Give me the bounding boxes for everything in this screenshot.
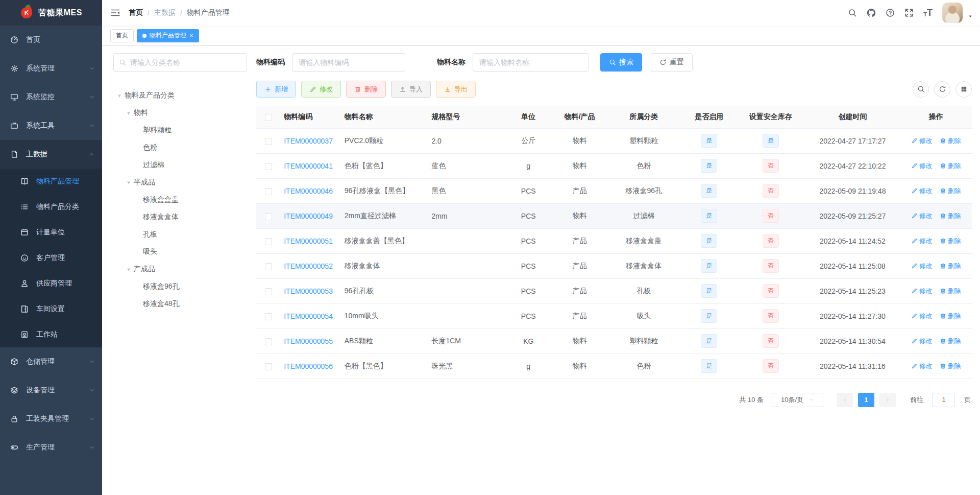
- material-code-link[interactable]: ITEM00000046: [284, 187, 333, 195]
- select-all-checkbox[interactable]: [265, 114, 272, 121]
- tree-node[interactable]: ▾产成品: [113, 261, 247, 278]
- import-button[interactable]: 导入: [391, 81, 431, 98]
- row-edit-link[interactable]: 修改: [911, 362, 933, 371]
- row-checkbox[interactable]: [265, 338, 272, 345]
- edit-button[interactable]: 修改: [301, 81, 341, 98]
- avatar-caret-down-icon[interactable]: [968, 14, 973, 19]
- tree-node[interactable]: 移液盒盒体: [113, 208, 247, 226]
- row-delete-link[interactable]: 删除: [940, 312, 961, 321]
- goto-page-input[interactable]: [933, 393, 955, 407]
- reset-button[interactable]: 重置: [651, 53, 693, 72]
- sidebar-item-production-management[interactable]: 生产管理: [0, 433, 102, 462]
- help-icon[interactable]: [886, 8, 895, 17]
- sidebar-item-supplier-management[interactable]: 供应商管理: [0, 271, 102, 296]
- app-logo[interactable]: K 苦糖果MES: [0, 0, 102, 26]
- prev-page-button[interactable]: [837, 393, 853, 407]
- sidebar-item-equipment-management[interactable]: 设备管理: [0, 376, 102, 405]
- row-delete-link[interactable]: 删除: [940, 136, 961, 146]
- row-checkbox[interactable]: [265, 288, 272, 295]
- show-search-button[interactable]: [913, 81, 929, 98]
- material-code-input[interactable]: [292, 53, 405, 72]
- row-checkbox[interactable]: [265, 263, 272, 270]
- fullscreen-icon[interactable]: [904, 8, 914, 17]
- next-page-button[interactable]: [879, 393, 896, 407]
- sidebar-item-warehouse-management[interactable]: 仓储管理: [0, 347, 102, 376]
- github-icon[interactable]: [867, 8, 876, 17]
- tree-node[interactable]: 色粉: [113, 139, 247, 156]
- tree-node[interactable]: 移液盒96孔: [113, 278, 247, 295]
- row-delete-link[interactable]: 删除: [940, 186, 961, 196]
- breadcrumb-home[interactable]: 首页: [129, 8, 143, 17]
- sidebar-collapse-icon[interactable]: [110, 8, 120, 18]
- avatar[interactable]: [942, 3, 963, 23]
- tree-node[interactable]: ▾物料: [113, 104, 247, 122]
- row-edit-link[interactable]: 修改: [911, 312, 933, 321]
- search-icon[interactable]: [848, 8, 857, 17]
- tree-node[interactable]: 孔板: [113, 226, 247, 243]
- row-edit-link[interactable]: 修改: [911, 211, 933, 221]
- page-number-1[interactable]: 1: [858, 393, 874, 407]
- row-edit-link[interactable]: 修改: [911, 161, 933, 171]
- row-edit-link[interactable]: 修改: [911, 337, 933, 346]
- row-checkbox[interactable]: [265, 363, 272, 370]
- row-edit-link[interactable]: 修改: [911, 287, 933, 296]
- sidebar-item-workstation[interactable]: 工作站: [0, 322, 102, 347]
- refresh-table-button[interactable]: [934, 81, 950, 98]
- sidebar-item-system-management[interactable]: 系统管理: [0, 54, 102, 83]
- sidebar-item-measure-unit[interactable]: 计量单位: [0, 220, 102, 245]
- sidebar-item-system-tools[interactable]: 系统工具: [0, 111, 102, 140]
- material-code-link[interactable]: ITEM00000049: [284, 212, 333, 220]
- export-button[interactable]: 导出: [436, 81, 476, 98]
- row-delete-link[interactable]: 删除: [940, 287, 961, 296]
- sidebar-item-material-product-management[interactable]: 物料产品管理: [0, 169, 102, 194]
- row-delete-link[interactable]: 删除: [940, 337, 961, 346]
- font-size-icon[interactable]: TT: [923, 8, 933, 17]
- page-size-select[interactable]: 10条/页: [772, 393, 823, 407]
- material-code-link[interactable]: ITEM00000037: [284, 137, 333, 145]
- sidebar-item-customer-management[interactable]: 客户管理: [0, 245, 102, 271]
- sidebar-item-master-data[interactable]: 主数据: [0, 140, 102, 169]
- row-checkbox[interactable]: [265, 213, 272, 220]
- material-name-input[interactable]: [473, 53, 589, 72]
- tab-0[interactable]: 首页: [110, 29, 134, 42]
- row-delete-link[interactable]: 删除: [940, 362, 961, 371]
- tree-node[interactable]: 移液盒48孔: [113, 295, 247, 313]
- row-edit-link[interactable]: 修改: [911, 237, 933, 246]
- tree-node[interactable]: 移液盒盒盖: [113, 191, 247, 208]
- material-code-link[interactable]: ITEM00000053: [284, 287, 333, 295]
- tree-node[interactable]: 吸头: [113, 243, 247, 261]
- sidebar-item-home[interactable]: 首页: [0, 26, 102, 54]
- search-button[interactable]: 搜索: [600, 53, 642, 72]
- material-code-link[interactable]: ITEM00000051: [284, 237, 333, 245]
- row-checkbox[interactable]: [265, 138, 272, 145]
- row-checkbox[interactable]: [265, 238, 272, 245]
- tab-1[interactable]: 物料产品管理×: [137, 29, 199, 42]
- tree-node[interactable]: ▾半成品: [113, 174, 247, 191]
- row-delete-link[interactable]: 删除: [940, 262, 961, 271]
- row-edit-link[interactable]: 修改: [911, 136, 933, 146]
- row-checkbox[interactable]: [265, 188, 272, 195]
- tab-close-icon[interactable]: ×: [189, 32, 193, 39]
- breadcrumb-master-data[interactable]: 主数据: [154, 8, 176, 17]
- tree-node[interactable]: ▾物料及产品分类: [113, 87, 247, 104]
- column-settings-button[interactable]: [955, 81, 972, 98]
- sidebar-item-tooling-fixture-management[interactable]: 工装夹具管理: [0, 405, 102, 433]
- category-search-input[interactable]: [130, 58, 241, 66]
- tree-node[interactable]: 塑料颗粒: [113, 122, 247, 139]
- sidebar-item-material-product-category[interactable]: 物料产品分类: [0, 194, 102, 220]
- material-code-link[interactable]: ITEM00000052: [284, 262, 333, 270]
- row-checkbox[interactable]: [265, 163, 272, 170]
- row-edit-link[interactable]: 修改: [911, 262, 933, 271]
- sidebar-item-system-monitor[interactable]: 系统监控: [0, 83, 102, 111]
- row-checkbox[interactable]: [265, 313, 272, 320]
- sidebar-item-workshop-settings[interactable]: 车间设置: [0, 296, 102, 322]
- material-code-link[interactable]: ITEM00000041: [284, 162, 333, 170]
- tree-node[interactable]: 过滤棉: [113, 156, 247, 174]
- material-code-link[interactable]: ITEM00000056: [284, 362, 333, 370]
- material-code-link[interactable]: ITEM00000055: [284, 337, 333, 345]
- row-delete-link[interactable]: 删除: [940, 211, 961, 221]
- material-code-link[interactable]: ITEM00000054: [284, 312, 333, 320]
- add-button[interactable]: 新增: [256, 81, 296, 98]
- row-delete-link[interactable]: 删除: [940, 237, 961, 246]
- delete-button[interactable]: 删除: [346, 81, 386, 98]
